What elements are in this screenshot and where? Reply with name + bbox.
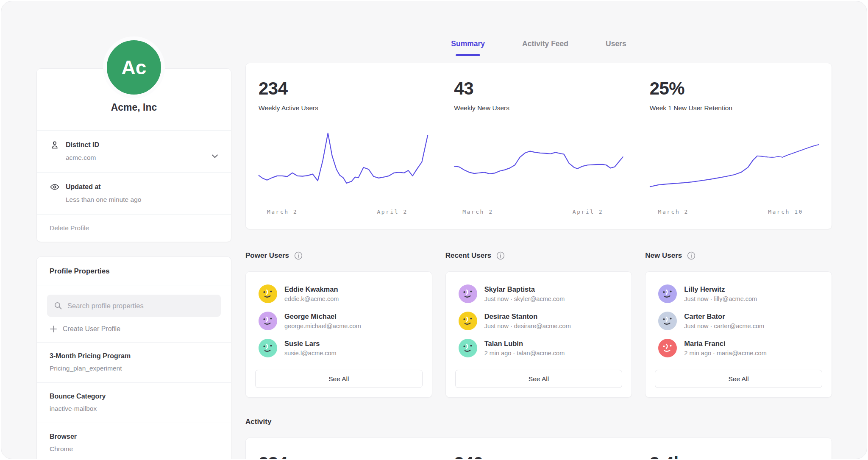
section-title: Power Users	[245, 251, 289, 260]
user-row[interactable]: Talan Lubin 2 min ago · talan@acme.com	[455, 335, 623, 362]
company-avatar: Ac	[103, 36, 165, 98]
tab-bar: Summary Activity Feed Users	[245, 37, 832, 56]
user-avatar	[259, 339, 277, 357]
user-subtitle: george.michael@acme.com	[284, 323, 361, 329]
user-subtitle: Just now · carter@acme.com	[684, 323, 764, 329]
user-subtitle: 2 min ago · maria@acme.com	[684, 350, 766, 357]
user-name: Susie Lars	[284, 340, 337, 348]
user-section-column: New Users Lilly Herwitz Just now · lilly…	[645, 251, 832, 398]
user-row[interactable]: Skylar Baptista Just now · skyler@acme.c…	[455, 280, 623, 307]
x-axis-label: April 2	[573, 209, 603, 215]
search-box	[47, 295, 221, 317]
chart-x-axis: March 2 April 2	[259, 204, 428, 219]
x-axis-label: March 10	[768, 209, 803, 215]
see-all-button[interactable]: See All	[455, 370, 623, 388]
search-icon	[53, 301, 63, 310]
see-all-button[interactable]: See All	[255, 370, 423, 388]
distinct-id-value: acme.com	[66, 154, 218, 162]
x-axis-label: March 2	[462, 209, 493, 215]
stat-value: 234	[259, 78, 428, 99]
user-row[interactable]: Desirae Stanton Just now · desirare@acme…	[455, 307, 623, 335]
company-avatar-initials: Ac	[122, 56, 147, 79]
activity-stat-value: 3.4k	[650, 453, 819, 459]
user-name: Skylar Baptista	[484, 285, 565, 293]
see-all-button[interactable]: See All	[655, 370, 822, 388]
section-title: New Users	[645, 251, 682, 260]
property-name: Browser	[50, 433, 218, 440]
user-avatar	[259, 312, 277, 330]
search-input[interactable]	[67, 302, 214, 310]
user-subtitle: eddie.k@acme.com	[284, 296, 339, 302]
activity-card: 234 240 3.4k	[245, 438, 832, 459]
profile-properties-card: Profile Properties Creat	[36, 256, 231, 459]
chart-x-axis: March 2 April 2	[454, 204, 623, 219]
user-subtitle: 2 min ago · talan@acme.com	[484, 350, 565, 357]
eye-icon	[50, 182, 60, 192]
stat-value: 25%	[650, 78, 819, 99]
updated-at-value: Less than one minute ago	[66, 196, 218, 204]
user-avatar	[459, 284, 477, 303]
distinct-id-row: Distinct ID acme.com	[37, 130, 231, 172]
info-icon[interactable]	[687, 251, 696, 260]
info-icon[interactable]	[496, 251, 505, 260]
x-axis-label: March 2	[267, 209, 298, 215]
user-subtitle: Just now · skyler@acme.com	[484, 296, 565, 302]
tab-users[interactable]: Users	[604, 37, 628, 56]
user-name: Maria Franci	[684, 340, 766, 348]
distinct-id-label: Distinct ID	[66, 141, 99, 149]
property-row[interactable]: 3-Month Pricing Program Pricing_plan_exp…	[37, 342, 231, 382]
user-row[interactable]: Lilly Herwitz Just now · lilly@acme.com	[655, 280, 822, 307]
tab-activity-feed-label: Activity Feed	[522, 39, 568, 48]
user-subtitle: susie.l@acme.com	[284, 350, 337, 357]
delete-profile-button[interactable]: Delete Profile	[37, 214, 231, 242]
tab-activity-feed[interactable]: Activity Feed	[520, 37, 570, 56]
user-row[interactable]: Susie Lars susie.l@acme.com	[255, 335, 423, 362]
x-axis-label: April 2	[377, 209, 408, 215]
property-value: inactive-mailbox	[50, 405, 218, 413]
stat-label: Week 1 New User Retention	[650, 104, 819, 112]
tab-users-label: Users	[606, 39, 626, 48]
user-avatar	[259, 284, 277, 303]
user-name: George Michael	[284, 312, 361, 321]
updated-at-label: Updated at	[66, 183, 101, 191]
user-sections: Power Users Eddie Kwakman eddie.k@acme.c…	[245, 251, 832, 398]
create-user-profile-label: Create User Profile	[63, 325, 120, 333]
user-row[interactable]: Eddie Kwakman eddie.k@acme.com	[255, 280, 423, 307]
user-row[interactable]: Maria Franci 2 min ago · maria@acme.com	[655, 335, 822, 362]
section-title: Recent Users	[445, 251, 492, 260]
user-row[interactable]: Carter Bator Just now · carter@acme.com	[655, 307, 822, 335]
profile-sidebar: Ac Acme, Inc Distinct ID acme.com	[36, 1, 231, 459]
property-name: Bounce Category	[50, 393, 218, 400]
users-card: Lilly Herwitz Just now · lilly@acme.com …	[645, 271, 832, 398]
chart-x-axis: March 2 March 10	[650, 204, 819, 219]
create-user-profile-button[interactable]: Create User Profile	[37, 320, 231, 342]
user-avatar	[459, 312, 477, 330]
retention-chart	[650, 130, 819, 197]
updated-at-row: Updated at Less than one minute ago	[37, 172, 231, 214]
chevron-down-icon[interactable]	[210, 151, 220, 161]
weekly-new-users-chart	[454, 130, 623, 197]
info-icon[interactable]	[294, 251, 303, 260]
user-subtitle: Just now · lilly@acme.com	[684, 296, 757, 302]
user-subtitle: Just now · desirare@acme.com	[484, 323, 571, 329]
user-row[interactable]: George Michael george.michael@acme.com	[255, 307, 423, 335]
person-icon	[50, 140, 60, 150]
user-avatar	[459, 339, 477, 357]
tab-summary[interactable]: Summary	[449, 37, 487, 56]
property-value: Pricing_plan_experiment	[50, 365, 218, 372]
property-row[interactable]: Browser Chrome	[37, 423, 231, 459]
x-axis-label: March 2	[658, 209, 689, 215]
user-name: Desirae Stanton	[484, 312, 571, 321]
app-window: Ac Acme, Inc Distinct ID acme.com	[1, 1, 867, 459]
plus-icon	[50, 325, 57, 333]
profile-properties-title: Profile Properties	[37, 257, 231, 285]
weekly-active-users-chart	[259, 130, 428, 197]
stat-label: Weekly New Users	[454, 104, 623, 112]
active-tab-underline	[456, 54, 480, 56]
user-name: Eddie Kwakman	[284, 285, 339, 293]
property-row[interactable]: Bounce Category inactive-mailbox	[37, 382, 231, 423]
stat-value: 43	[454, 78, 623, 99]
user-avatar	[658, 312, 677, 330]
user-name: Carter Bator	[684, 312, 764, 321]
main-content: Summary Activity Feed Users 234 Weekly A…	[245, 1, 832, 459]
